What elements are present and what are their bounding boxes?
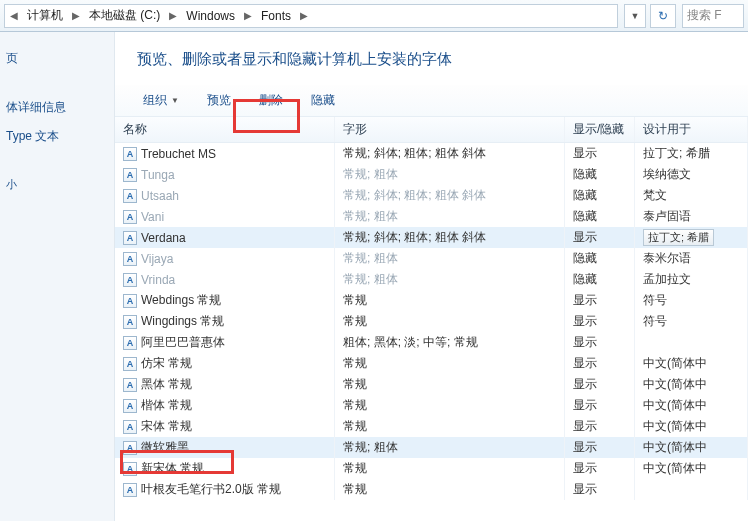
cell-name: A新宋体 常规	[115, 458, 335, 479]
table-row[interactable]: AVrinda常规; 粗体隐藏孟加拉文	[115, 269, 748, 290]
table-row[interactable]: AWebdings 常规常规显示符号	[115, 290, 748, 311]
cell-name: AVani	[115, 206, 335, 227]
cell-design	[635, 479, 748, 500]
col-header-design[interactable]: 设计用于	[635, 117, 748, 142]
font-file-icon: A	[123, 336, 137, 350]
col-header-style[interactable]: 字形	[335, 117, 565, 142]
cell-show: 隐藏	[565, 164, 635, 185]
font-name-label: Trebuchet MS	[141, 147, 216, 161]
font-file-icon: A	[123, 357, 137, 371]
cell-name: A阿里巴巴普惠体	[115, 332, 335, 353]
sidebar-item-0[interactable]: 页	[0, 44, 114, 73]
table-row[interactable]: ATrebuchet MS常规; 斜体; 粗体; 粗体 斜体显示拉丁文; 希腊	[115, 143, 748, 164]
font-name-label: Wingdings 常规	[141, 313, 224, 330]
cell-show: 显示	[565, 437, 635, 458]
font-file-icon: A	[123, 252, 137, 266]
toolbar: 组织▼ 预览 删除 隐藏	[115, 85, 748, 117]
table-row[interactable]: A楷体 常规常规显示中文(简体中	[115, 395, 748, 416]
delete-button[interactable]: 删除	[249, 88, 293, 113]
chevron-left-icon[interactable]: ◀	[7, 10, 21, 21]
table-row[interactable]: AWingdings 常规常规显示符号	[115, 311, 748, 332]
font-name-label: Vijaya	[141, 252, 173, 266]
cell-show: 显示	[565, 395, 635, 416]
back-dropdown[interactable]: ▼	[624, 4, 646, 28]
cell-style: 粗体; 黑体; 淡; 中等; 常规	[335, 332, 565, 353]
cell-show: 显示	[565, 416, 635, 437]
hide-button[interactable]: 隐藏	[301, 88, 345, 113]
preview-button[interactable]: 预览	[197, 88, 241, 113]
cell-name: A叶根友毛笔行书2.0版 常规	[115, 479, 335, 500]
table-row[interactable]: A黑体 常规常规显示中文(简体中	[115, 374, 748, 395]
breadcrumb[interactable]: ◀ 计算机 ▶ 本地磁盘 (C:) ▶ Windows ▶ Fonts ▶	[4, 4, 618, 28]
crumb-windows[interactable]: Windows	[180, 5, 241, 27]
crumb-disk[interactable]: 本地磁盘 (C:)	[83, 5, 166, 27]
font-file-icon: A	[123, 273, 137, 287]
font-file-icon: A	[123, 168, 137, 182]
crumb-computer[interactable]: 计算机	[21, 5, 69, 27]
chevron-right-icon: ▶	[69, 10, 83, 21]
font-file-icon: A	[123, 147, 137, 161]
table-row[interactable]: A微软雅黑常规; 粗体显示中文(简体中	[115, 437, 748, 458]
cell-name: AWingdings 常规	[115, 311, 335, 332]
col-header-show[interactable]: 显示/隐藏	[565, 117, 635, 142]
cell-style: 常规; 粗体	[335, 269, 565, 290]
cell-design: 中文(简体中	[635, 416, 748, 437]
table-row[interactable]: A叶根友毛笔行书2.0版 常规常规显示	[115, 479, 748, 500]
cell-style: 常规	[335, 374, 565, 395]
font-file-icon: A	[123, 441, 137, 455]
font-file-icon: A	[123, 420, 137, 434]
dropdown-icon: ▼	[171, 96, 179, 105]
table-row[interactable]: AUtsaah常规; 斜体; 粗体; 粗体 斜体隐藏梵文	[115, 185, 748, 206]
table-row[interactable]: A仿宋 常规常规显示中文(简体中	[115, 353, 748, 374]
cell-name: AWebdings 常规	[115, 290, 335, 311]
sidebar-item-2[interactable]: Type 文本	[0, 122, 114, 151]
crumb-fonts[interactable]: Fonts	[255, 5, 297, 27]
table-row[interactable]: AVijaya常规; 粗体隐藏泰米尔语	[115, 248, 748, 269]
cell-style: 常规; 粗体	[335, 437, 565, 458]
sidebar-item-1[interactable]: 体详细信息	[0, 93, 114, 122]
cell-style: 常规; 粗体	[335, 164, 565, 185]
cell-name: A微软雅黑	[115, 437, 335, 458]
table-row[interactable]: A新宋体 常规常规显示中文(简体中	[115, 458, 748, 479]
font-file-icon: A	[123, 189, 137, 203]
font-name-label: Webdings 常规	[141, 292, 221, 309]
cell-style: 常规	[335, 416, 565, 437]
cell-name: ATunga	[115, 164, 335, 185]
cell-style: 常规; 斜体; 粗体; 粗体 斜体	[335, 185, 565, 206]
cell-show: 显示	[565, 290, 635, 311]
cell-name: A宋体 常规	[115, 416, 335, 437]
font-name-label: Verdana	[141, 231, 186, 245]
search-input[interactable]: 搜索 F	[682, 4, 744, 28]
cell-design: 埃纳德文	[635, 164, 748, 185]
font-name-label: 仿宋 常规	[141, 355, 192, 372]
table-row[interactable]: AVerdana常规; 斜体; 粗体; 粗体 斜体显示拉丁文; 希腊	[115, 227, 748, 248]
cell-show: 显示	[565, 374, 635, 395]
table-row[interactable]: A阿里巴巴普惠体粗体; 黑体; 淡; 中等; 常规显示	[115, 332, 748, 353]
cell-design: 拉丁文; 希腊	[635, 227, 748, 248]
cell-name: A仿宋 常规	[115, 353, 335, 374]
table-row[interactable]: A宋体 常规常规显示中文(简体中	[115, 416, 748, 437]
design-chip-button[interactable]: 拉丁文; 希腊	[643, 229, 714, 246]
chevron-right-icon: ▶	[241, 10, 255, 21]
cell-show: 显示	[565, 227, 635, 248]
cell-style: 常规	[335, 290, 565, 311]
font-name-label: 阿里巴巴普惠体	[141, 334, 225, 351]
cell-show: 显示	[565, 353, 635, 374]
cell-style: 常规; 斜体; 粗体; 粗体 斜体	[335, 143, 565, 164]
sidebar-item-3[interactable]: 小	[0, 171, 114, 198]
font-name-label: 新宋体 常规	[141, 460, 204, 477]
search-placeholder: 搜索 F	[687, 7, 722, 24]
cell-name: AVrinda	[115, 269, 335, 290]
cell-design: 中文(简体中	[635, 374, 748, 395]
table-row[interactable]: AVani常规; 粗体隐藏泰卢固语	[115, 206, 748, 227]
organize-button[interactable]: 组织▼	[133, 88, 189, 113]
cell-design: 梵文	[635, 185, 748, 206]
cell-show: 显示	[565, 332, 635, 353]
cell-show: 显示	[565, 143, 635, 164]
cell-style: 常规	[335, 395, 565, 416]
cell-style: 常规	[335, 458, 565, 479]
font-name-label: Utsaah	[141, 189, 179, 203]
col-header-name[interactable]: 名称	[115, 117, 335, 142]
table-row[interactable]: ATunga常规; 粗体隐藏埃纳德文	[115, 164, 748, 185]
refresh-button[interactable]: ↻	[650, 4, 676, 28]
